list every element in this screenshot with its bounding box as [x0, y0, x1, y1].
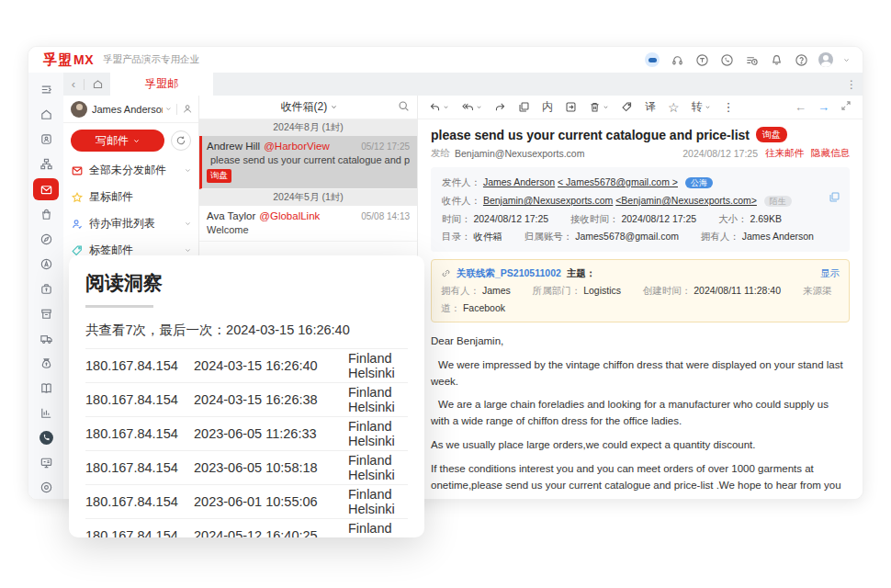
owner-name: James Anderson: [742, 231, 814, 242]
next-mail-button[interactable]: →: [818, 100, 829, 114]
insights-summary: 共查看7次，最后一次：2024-03-15 16:26:40: [85, 316, 408, 348]
tab-bar: ‹ 孚盟邮 ⋮: [63, 73, 863, 96]
visitor-ip: 180.167.84.154: [85, 392, 194, 407]
tag-button[interactable]: [621, 101, 633, 113]
more-actions-button[interactable]: ⋮: [723, 100, 735, 114]
hide-info-link[interactable]: 隐藏信息: [811, 147, 850, 160]
mail-list-item[interactable]: Ava Taylor @GlobalLink 05/08 14:13 Welco…: [199, 206, 417, 242]
contacts-icon[interactable]: [33, 127, 59, 152]
company-subtitle: 孚盟产品演示专用企业: [103, 53, 199, 66]
copy-icon[interactable]: [829, 191, 840, 209]
mail-directory: 收件箱: [473, 231, 502, 242]
fullscreen-icon[interactable]: [840, 100, 852, 114]
mail-subject-title: please send us your current catalogue an…: [431, 128, 750, 142]
chevron-down-icon[interactable]: [185, 247, 191, 254]
user-avatar-photo: [71, 101, 87, 118]
insight-row: 180.167.84.154 2024-05-12 16:40:25 Finla…: [85, 518, 408, 537]
chevron-down-icon[interactable]: [185, 167, 191, 174]
folder-approval-list[interactable]: 待办审批列表: [63, 210, 198, 237]
org-structure-icon[interactable]: [33, 152, 59, 176]
lead-show-link[interactable]: 显示: [820, 265, 840, 282]
settings-icon[interactable]: [33, 475, 59, 500]
funds-icon[interactable]: [33, 351, 59, 376]
chevron-down-icon[interactable]: [185, 220, 191, 227]
visitor-ip: 180.167.84.154: [85, 358, 194, 373]
folder-starred[interactable]: 星标邮件: [63, 184, 198, 210]
tab-more-icon[interactable]: ⋮: [840, 78, 863, 91]
orders-icon[interactable]: [33, 202, 59, 227]
forward-button[interactable]: [494, 101, 506, 113]
ticket-icon[interactable]: [694, 52, 709, 67]
workbench-icon[interactable]: [33, 450, 59, 475]
mail-time: 05/12 17:25: [361, 141, 410, 152]
marketing-icon[interactable]: [33, 252, 59, 277]
reports-icon[interactable]: [33, 401, 59, 425]
star-button[interactable]: ☆: [668, 100, 680, 115]
mail-subject: please send us your current catalogue an…: [210, 154, 410, 165]
mail-group-header: 2024年5月 (1封): [199, 189, 417, 206]
to-email-link[interactable]: <Benjamin@Nexusexports.com>: [615, 195, 757, 206]
refresh-button[interactable]: [171, 130, 191, 151]
reply-all-button[interactable]: [461, 101, 482, 113]
lead-title-link[interactable]: 关联线索_PS210511002: [457, 265, 561, 282]
title-divider: [85, 305, 153, 308]
window-header: 孚盟 MX 孚盟产品演示专用企业: [28, 47, 863, 73]
notifications-bell-icon[interactable]: [769, 52, 784, 67]
whatsapp-icon[interactable]: [719, 52, 734, 67]
home-icon[interactable]: [33, 102, 59, 127]
back-icon[interactable]: ‹: [63, 77, 84, 91]
from-name-link[interactable]: James Anderson: [483, 176, 555, 187]
user-avatar[interactable]: [818, 52, 833, 67]
compass-icon[interactable]: [33, 227, 59, 252]
headset-icon[interactable]: [670, 52, 684, 67]
logistics-icon[interactable]: [33, 326, 59, 351]
transfer-button[interactable]: 转: [692, 99, 711, 115]
help-icon[interactable]: [794, 52, 808, 67]
from-email-link[interactable]: < James5678@gmail.com >: [558, 176, 678, 187]
to-name-link[interactable]: Benjamin@Nexusexports.com: [483, 195, 613, 206]
insight-row: 180.167.84.154 2024-03-15 16:26:40 Finla…: [85, 348, 408, 382]
owner-account: James5678@gmail.com: [575, 231, 679, 242]
task-history-icon[interactable]: [744, 52, 759, 67]
mail-icon[interactable]: [33, 178, 59, 200]
contact-person-icon[interactable]: [182, 103, 193, 115]
approval-person-icon: [71, 218, 84, 231]
whatsapp-filled-icon[interactable]: [33, 425, 59, 450]
internal-distribute-button[interactable]: 内: [542, 99, 553, 115]
search-icon[interactable]: [398, 99, 410, 116]
view-location: Finland Helsinki: [348, 385, 408, 414]
finance-icon[interactable]: [33, 277, 59, 301]
reply-button[interactable]: [429, 101, 449, 113]
stranger-badge: 陌生: [764, 196, 792, 207]
account-switcher[interactable]: James Anderson: [63, 96, 198, 123]
collapse-menu-icon[interactable]: [33, 77, 59, 102]
move-to-folder-button[interactable]: [565, 101, 577, 113]
tab-fumeng-mail[interactable]: 孚盟邮: [110, 73, 213, 96]
mail-info-box: 发件人： James Anderson < James5678@gmail.co…: [431, 167, 850, 252]
inquiry-badge: 询盘: [207, 169, 231, 183]
lead-department: Logistics: [583, 285, 621, 296]
archive-copy-button[interactable]: [518, 101, 530, 113]
correspondence-link[interactable]: 往来邮件: [765, 147, 804, 160]
visitor-ip: 180.167.84.154: [85, 528, 194, 537]
compose-button[interactable]: 写邮件: [71, 130, 164, 152]
view-time: 2023-06-05 11:26:33: [194, 426, 348, 441]
previous-mail-button[interactable]: ←: [795, 100, 806, 114]
folder-undistributed[interactable]: 全部未分发邮件: [63, 157, 198, 184]
mail-subject: Welcome: [207, 224, 249, 235]
mail-time: 05/08 14:13: [361, 211, 410, 221]
mail-body: Dear Benjamin, We were impressed by the …: [431, 334, 850, 499]
reading-pane: 内 译 ☆ 转: [418, 96, 863, 499]
archive-icon[interactable]: [33, 301, 59, 326]
lead-owner: James: [482, 285, 511, 296]
mail-size: 2.69KB: [750, 213, 781, 224]
delete-button[interactable]: [589, 101, 609, 113]
mail-list-item-selected[interactable]: Andrew Hill @HarborView 05/12 17:25 plea…: [199, 136, 417, 189]
mail-red-icon: [71, 164, 84, 177]
translate-button[interactable]: 译: [645, 99, 656, 115]
tab-home-icon[interactable]: [85, 78, 110, 90]
ai-assistant-icon[interactable]: [645, 52, 660, 67]
mailbox-selector[interactable]: 收件箱(2): [220, 99, 398, 115]
documents-icon[interactable]: [33, 376, 59, 401]
insight-row: 180.167.84.154 2024-03-15 16:26:38 Finla…: [85, 382, 408, 416]
